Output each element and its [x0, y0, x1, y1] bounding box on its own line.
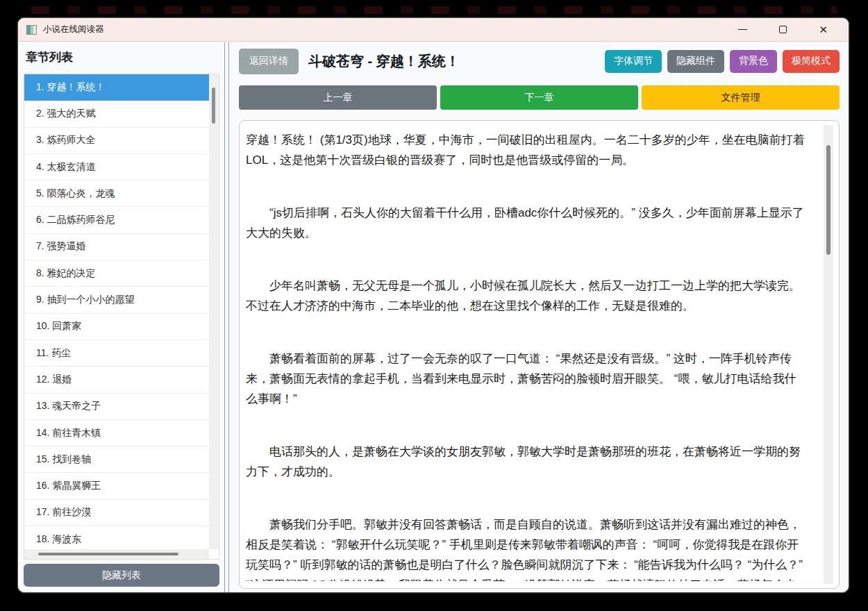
background-color-button[interactable]: 背景色 — [730, 50, 777, 73]
app-window: 小说在线阅读器 ✕ 章节列表 1. 穿越！系统！2. 强大的天赋3. 炼药师大全… — [17, 17, 849, 593]
chapter-title: 斗破苍穹 - 穿越！系统！ — [308, 52, 460, 71]
window-title: 小说在线阅读器 — [43, 24, 104, 35]
chapter-item[interactable]: 17. 前往沙漠 — [24, 500, 209, 526]
maximize-icon — [779, 26, 787, 33]
chapter-item[interactable]: 8. 雅妃的决定 — [24, 260, 209, 287]
paragraph: 萧畅看着面前的屏幕，过了一会无奈的叹了一口气道： “果然还是没有晋级。” 这时，… — [246, 349, 807, 409]
reader-text: 穿越！系统！ (第1/3页)地球，华夏，中海市，一间破旧的出租屋内。一名二十多岁… — [246, 130, 807, 581]
chapter-item[interactable]: 5. 陨落心炎，龙魂 — [24, 181, 209, 207]
app-icon — [26, 25, 37, 35]
chapter-list-items: 1. 穿越！系统！2. 强大的天赋3. 炼药师大全4. 太极玄清道5. 陨落心炎… — [24, 74, 209, 549]
chapter-item[interactable]: 2. 强大的天赋 — [24, 101, 209, 127]
chapter-list-horizontal-scrollbar[interactable] — [24, 549, 209, 559]
maximize-button[interactable] — [775, 23, 791, 36]
chapter-nav: 上一章下一章文件管理 — [239, 85, 840, 110]
chapter-item[interactable]: 16. 紫晶翼狮王 — [24, 473, 209, 499]
hide-components-button[interactable]: 隐藏组件 — [667, 50, 724, 73]
chapter-item[interactable]: 15. 找到卷轴 — [24, 446, 209, 473]
paragraph: “js切后排啊，石头人你的大留着干什么用，卧槽adc你什么时候死的。” 没多久，… — [246, 203, 807, 243]
paragraph: 少年名叫萧畅，无父无母是一个孤儿，小时候在孤儿院长大，然后又一边打工一边上学的把… — [246, 276, 807, 316]
minimal-mode-button[interactable]: 极简模式 — [783, 50, 840, 73]
chapter-item[interactable]: 7. 强势逼婚 — [24, 234, 209, 260]
chapter-sidebar: 章节列表 1. 穿越！系统！2. 强大的天赋3. 炼药师大全4. 太极玄清道5.… — [24, 42, 219, 593]
close-button[interactable]: ✕ — [815, 22, 832, 38]
chapter-item[interactable]: 18. 海波东 — [24, 526, 209, 549]
chapter-item[interactable]: 11. 药尘 — [24, 340, 209, 367]
paragraph: 电话那头的人，是萧畅在大学谈的女朋友郭敏，郭敏大学时是萧畅那班的班花，在萧畅将近… — [246, 442, 807, 482]
minimize-button[interactable] — [734, 26, 751, 33]
chapter-item[interactable]: 3. 炼药师大全 — [24, 128, 209, 154]
reader-area: 穿越！系统！ (第1/3页)地球，华夏，中海市，一间破旧的出租屋内。一名二十多岁… — [239, 120, 840, 589]
reader-toolbar: 返回详情 斗破苍穹 - 穿越！系统！ 字体调节隐藏组件背景色极简模式 — [239, 48, 840, 74]
reader-panel: 返回详情 斗破苍穹 - 穿越！系统！ 字体调节隐藏组件背景色极简模式 上一章下一… — [239, 42, 840, 593]
chapter-list-horizontal-scrollbar-thumb[interactable] — [38, 553, 178, 555]
paragraph: 穿越！系统！ (第1/3页)地球，华夏，中海市，一间破旧的出租屋内。一名二十多岁… — [246, 130, 807, 170]
chapter-list-vertical-scrollbar-thumb[interactable] — [212, 87, 215, 124]
next-chapter-button[interactable]: 下一章 — [440, 85, 638, 110]
chapter-item[interactable]: 10. 回萧家 — [24, 314, 209, 340]
reader-vertical-scrollbar-thumb[interactable] — [826, 145, 831, 255]
hide-list-button[interactable]: 隐藏列表 — [24, 564, 219, 587]
titlebar: 小说在线阅读器 ✕ — [18, 18, 849, 42]
font-adjust-button[interactable]: 字体调节 — [605, 50, 662, 73]
background-artifact — [31, 6, 837, 14]
close-icon: ✕ — [819, 24, 828, 35]
chapter-list: 1. 穿越！系统！2. 强大的天赋3. 炼药师大全4. 太极玄清道5. 陨落心炎… — [24, 74, 219, 560]
chapter-list-header: 章节列表 — [26, 49, 219, 65]
prev-chapter-button[interactable]: 上一章 — [239, 85, 437, 110]
file-manager-button[interactable]: 文件管理 — [642, 85, 840, 110]
chapter-item[interactable]: 4. 太极玄清道 — [24, 154, 209, 181]
window-controls: ✕ — [734, 22, 840, 38]
chapter-list-vertical-scrollbar[interactable] — [209, 74, 219, 549]
chapter-item[interactable]: 1. 穿越！系统！ — [24, 74, 209, 101]
chapter-item[interactable]: 13. 魂天帝之子 — [24, 394, 209, 420]
paragraph: 萧畅我们分手吧。郭敏并没有回答萧畅话，而是自顾自的说道。萧畅听到这话并没有漏出难… — [246, 514, 807, 581]
chapter-item[interactable]: 14. 前往青木镇 — [24, 420, 209, 446]
reader-vertical-scrollbar[interactable] — [824, 125, 833, 584]
action-buttons: 字体调节隐藏组件背景色极简模式 — [605, 50, 840, 73]
chapter-item[interactable]: 12. 退婚 — [24, 367, 209, 393]
window-content: 章节列表 1. 穿越！系统！2. 强大的天赋3. 炼药师大全4. 太极玄清道5.… — [18, 42, 849, 593]
panel-splitter[interactable] — [224, 42, 229, 592]
chapter-item[interactable]: 9. 抽到一个小小的愿望 — [24, 287, 209, 313]
back-to-details-button[interactable]: 返回详情 — [239, 49, 299, 74]
minimize-icon — [738, 29, 747, 30]
chapter-item[interactable]: 6. 二品炼药师谷尼 — [24, 207, 209, 233]
